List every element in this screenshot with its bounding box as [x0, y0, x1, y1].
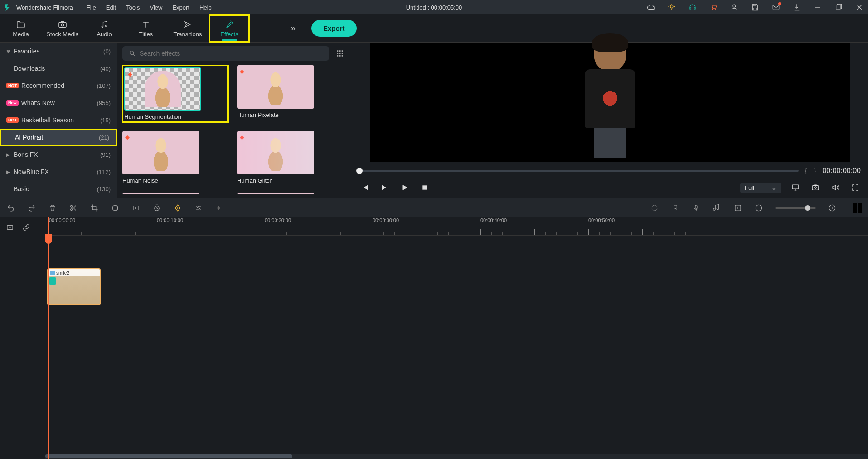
svg-point-30 [199, 208, 200, 210]
preview-panel: { } 00:00:00:00 Full ⌄ [352, 43, 868, 198]
tab-audio[interactable]: Audio [83, 14, 125, 43]
download-icon[interactable] [793, 3, 801, 11]
headset-icon[interactable] [689, 3, 697, 11]
svg-point-8 [102, 26, 103, 27]
idea-icon[interactable] [668, 3, 676, 11]
speed-icon[interactable] [131, 203, 141, 213]
add-track-icon[interactable] [3, 220, 17, 235]
save-icon[interactable] [751, 3, 759, 11]
marker-icon[interactable] [671, 203, 680, 213]
effect-thumbnail: ◆ [124, 67, 201, 111]
cart-icon[interactable] [709, 3, 718, 11]
effect-human-segmentation[interactable]: ◆ Human Segmentation [122, 65, 228, 122]
quality-dropdown[interactable]: Full ⌄ [740, 183, 781, 193]
sidebar-item-boris-fx[interactable]: ▶ Boris FX (91) [0, 146, 117, 163]
effect-human-pixelate[interactable]: ◆ Human Pixelate [237, 65, 343, 122]
zoom-in-icon[interactable] [828, 203, 837, 213]
audio-wave-icon[interactable] [215, 203, 224, 213]
timeline-clip[interactable]: smile2 [47, 268, 101, 305]
zoom-out-icon[interactable] [754, 203, 763, 213]
delete-icon[interactable] [48, 203, 57, 213]
zoom-handle[interactable] [805, 205, 810, 211]
keyframe-icon[interactable] [173, 203, 182, 213]
tab-titles[interactable]: Titles [125, 14, 167, 43]
svg-rect-18 [339, 55, 341, 57]
color-icon[interactable] [111, 203, 120, 213]
sidebar-item-basic[interactable]: Basic (130) [0, 180, 117, 198]
sidebar-item-favorites[interactable]: ♥ Favorites (0) [0, 43, 117, 60]
menu-edit[interactable]: Edit [106, 4, 116, 11]
next-frame-icon[interactable] [379, 182, 390, 193]
mark-in-icon[interactable]: { [805, 167, 807, 175]
audio-sync-icon[interactable] [713, 203, 722, 213]
menu-tools[interactable]: Tools [126, 4, 140, 11]
snapshot-icon[interactable] [810, 182, 821, 193]
playhead-handle[interactable] [45, 234, 52, 244]
sidebar-item-downloads[interactable]: Downloads (40) [0, 60, 117, 77]
expand-tabs-icon[interactable]: » [291, 24, 296, 33]
minimize-icon[interactable] [814, 3, 822, 11]
menu-help[interactable]: Help [199, 4, 212, 11]
menu-export[interactable]: Export [172, 4, 189, 11]
prev-frame-icon[interactable] [359, 182, 370, 193]
sidebar-item-ai-portrait[interactable]: AI Portrait (21) [0, 129, 117, 146]
tab-media[interactable]: Media [0, 14, 42, 43]
redo-icon[interactable] [27, 203, 36, 213]
effect-item-partial[interactable] [237, 193, 343, 194]
effect-human-glitch[interactable]: ◆ Human Glitch [237, 131, 343, 184]
search-input[interactable] [140, 50, 323, 57]
split-icon[interactable] [69, 203, 78, 213]
playhead[interactable] [48, 217, 49, 459]
display-icon[interactable] [790, 182, 801, 193]
track-video-1[interactable]: 1 [0, 315, 868, 360]
sidebar-item-recommended[interactable]: HOT Recommended (107) [0, 77, 117, 94]
render-icon[interactable] [650, 203, 659, 213]
stop-icon[interactable] [419, 182, 430, 193]
voiceover-icon[interactable] [692, 203, 701, 213]
mark-out-icon[interactable]: } [814, 167, 816, 175]
crop-icon[interactable] [90, 203, 99, 213]
effects-sidebar: ♥ Favorites (0) Downloads (40) HOT Recom… [0, 43, 117, 198]
grid-view-icon[interactable] [334, 47, 346, 60]
tab-effects[interactable]: Effects [209, 14, 250, 43]
export-button[interactable]: Export [311, 20, 357, 37]
zoom-fit-icon[interactable] [853, 203, 862, 213]
track-video-2[interactable]: 2 [0, 267, 868, 313]
menu-view[interactable]: View [150, 4, 162, 11]
search-box[interactable] [122, 46, 329, 61]
timeline-ruler[interactable]: 00:00:00:00 00:00:10:00 00:00:20:00 00:0… [45, 217, 868, 236]
maximize-icon[interactable] [834, 3, 843, 11]
tab-stock-media[interactable]: Stock Media [42, 14, 83, 43]
mixer-icon[interactable] [194, 203, 203, 213]
svg-rect-15 [339, 53, 341, 54]
sidebar-item-whats-new[interactable]: New What's New (955) [0, 94, 117, 111]
preview-viewport[interactable] [370, 43, 850, 162]
close-icon[interactable] [855, 3, 863, 11]
fullscreen-icon[interactable] [850, 182, 861, 193]
zoom-slider[interactable] [775, 207, 816, 209]
menu-file[interactable]: File [87, 4, 96, 11]
tab-transitions[interactable]: Transitions [167, 14, 209, 43]
sidebar-item-basketball[interactable]: HOT Basketball Season (15) [0, 111, 117, 129]
undo-icon[interactable] [6, 203, 15, 213]
link-icon[interactable] [19, 220, 34, 235]
scrollbar-thumb[interactable] [45, 454, 292, 458]
titlebar: Wondershare Filmora File Edit Tools View… [0, 0, 868, 14]
scrub-handle[interactable] [356, 168, 363, 174]
user-icon[interactable] [730, 3, 738, 11]
adjustment-icon[interactable] [733, 203, 742, 213]
cloud-icon[interactable] [647, 3, 655, 11]
duration-icon[interactable] [152, 203, 161, 213]
effect-human-noise[interactable]: ◆ Human Noise [122, 131, 228, 184]
app-name: Wondershare Filmora [16, 4, 73, 11]
timeline-scrollbar[interactable] [45, 454, 868, 459]
chevron-down-icon: ⌄ [771, 184, 776, 191]
svg-point-31 [652, 205, 657, 211]
volume-icon[interactable] [830, 182, 841, 193]
play-icon[interactable] [399, 182, 410, 193]
sidebar-item-newblue-fx[interactable]: ▶ NewBlue FX (112) [0, 163, 117, 180]
mail-icon[interactable] [772, 3, 780, 11]
effect-item-partial[interactable] [122, 193, 228, 194]
document-title: Untitled : 00:00:05:00 [406, 4, 462, 11]
scrub-bar[interactable] [359, 170, 799, 172]
